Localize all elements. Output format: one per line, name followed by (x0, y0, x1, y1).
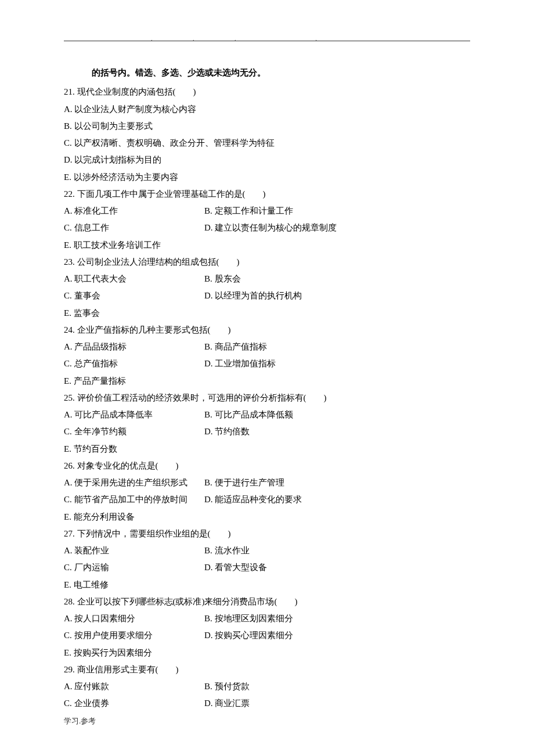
option-row: E. 电工维修 (64, 577, 470, 593)
option: E. 能充分利用设备 (64, 509, 204, 525)
option-row: A. 可比产品成本降低率B. 可比产品成本降低额 (64, 406, 470, 423)
option-row: A. 标准化工作B. 定额工作和计量工作 (64, 203, 470, 219)
option: E. 职工技术业务培训工作 (64, 237, 204, 254)
option: B. 商品产值指标 (204, 339, 267, 355)
option-row: E. 能充分利用设备 (64, 509, 470, 525)
top-rule (64, 41, 470, 41)
question-stem: 26. 对象专业化的优点是( ) (64, 458, 470, 474)
option: D. 按购买心理因素细分 (204, 627, 293, 644)
question: 24. 企业产值指标的几种主要形式包括( )A. 产品品级指标B. 商品产值指标… (64, 322, 470, 390)
question-stem: 27. 下列情况中，需要组织作业组的是( ) (64, 525, 470, 542)
question: 21. 现代企业制度的内涵包括( )A. 以企业法人财产制度为核心内容B. 以公… (64, 84, 470, 186)
option: B. 便于进行生产管理 (204, 474, 284, 491)
option: B. 股东会 (204, 271, 241, 287)
option: C. 按用户使用要求细分 (64, 627, 204, 644)
option: B. 预付货款 (204, 678, 250, 695)
option-row: E. 按购买行为因素细分 (64, 645, 470, 661)
option-row: C. 全年净节约额D. 节约倍数 (64, 423, 470, 440)
option: D. 以经理为首的执行机构 (204, 287, 302, 304)
option-row: C. 按用户使用要求细分D. 按购买心理因素细分 (64, 627, 470, 644)
option: E. 电工维修 (64, 577, 204, 593)
option-row: A. 应付账款B. 预付货款 (64, 678, 470, 695)
option-row: E. 产品产量指标 (64, 373, 470, 390)
option: E. 产品产量指标 (64, 373, 204, 390)
option-row: A. 装配作业B. 流水作业 (64, 542, 470, 559)
option-row: A. 职工代表大会B. 股东会 (64, 271, 470, 287)
option: C. 以产权清晰、责权明确、政企分开、管理科学为特征 (64, 135, 470, 152)
option: C. 总产值指标 (64, 355, 204, 372)
option: B. 可比产品成本降低额 (204, 406, 293, 423)
option: D. 建立以责任制为核心的规章制度 (204, 219, 337, 236)
option: D. 节约倍数 (204, 423, 250, 440)
option-row: A. 产品品级指标B. 商品产值指标 (64, 339, 470, 355)
question: 27. 下列情况中，需要组织作业组的是( )A. 装配作业B. 流水作业C. 厂… (64, 525, 470, 593)
option: A. 标准化工作 (64, 203, 204, 219)
option: A. 便于采用先进的生产组织形式 (64, 474, 204, 491)
questions-container: 21. 现代企业制度的内涵包括( )A. 以企业法人财产制度为核心内容B. 以公… (64, 84, 470, 712)
option-row: C. 企业债券D. 商业汇票 (64, 695, 470, 712)
question: 22. 下面几项工作中属于企业管理基础工作的是( )A. 标准化工作B. 定额工… (64, 186, 470, 254)
option-row: E. 节约百分数 (64, 441, 470, 458)
option: D. 工业增加值指标 (204, 355, 276, 372)
option: E. 节约百分数 (64, 441, 204, 458)
question: 28. 企业可以按下列哪些标志(或标准)来细分消费品市场( )A. 按人口因素细… (64, 593, 470, 661)
option: B. 按地理区划因素细分 (204, 610, 293, 627)
option-row: C. 能节省产品加工中的停放时间D. 能适应品种变化的要求 (64, 491, 470, 508)
option: D. 以完成计划指标为目的 (64, 152, 470, 168)
option: A. 应付账款 (64, 678, 204, 695)
option: A. 以企业法人财产制度为核心内容 (64, 101, 470, 118)
option: B. 定额工作和计量工作 (204, 203, 293, 219)
option: A. 产品品级指标 (64, 339, 204, 355)
question-stem: 23. 公司制企业法人治理结构的组成包括( ) (64, 254, 470, 271)
option: D. 商业汇票 (204, 695, 250, 712)
option-row: C. 厂内运输D. 看管大型设备 (64, 559, 470, 576)
option: E. 监事会 (64, 305, 204, 322)
option: A. 按人口因素细分 (64, 610, 204, 627)
page: 的括号内。错选、多选、少选或未选均无分。 21. 现代企业制度的内涵包括( )A… (0, 0, 534, 756)
option: E. 按购买行为因素细分 (64, 645, 204, 661)
option: C. 企业债券 (64, 695, 204, 712)
option: C. 全年净节约额 (64, 423, 204, 440)
instruction-line: 的括号内。错选、多选、少选或未选均无分。 (92, 64, 470, 81)
question-stem: 21. 现代企业制度的内涵包括( ) (64, 84, 470, 100)
question-stem: 22. 下面几项工作中属于企业管理基础工作的是( ) (64, 186, 470, 203)
option-row: E. 监事会 (64, 305, 470, 322)
option: A. 装配作业 (64, 542, 204, 559)
option: C. 能节省产品加工中的停放时间 (64, 491, 204, 508)
option: D. 看管大型设备 (204, 559, 267, 576)
option: C. 董事会 (64, 287, 204, 304)
option: A. 职工代表大会 (64, 271, 204, 287)
option-row: A. 按人口因素细分B. 按地理区划因素细分 (64, 610, 470, 627)
option: A. 可比产品成本降低率 (64, 406, 204, 423)
option-row: A. 便于采用先进的生产组织形式B. 便于进行生产管理 (64, 474, 470, 491)
option-row: E. 职工技术业务培训工作 (64, 237, 470, 254)
question-stem: 24. 企业产值指标的几种主要形式包括( ) (64, 322, 470, 339)
question: 25. 评价价值工程活动的经济效果时，可选用的评价分析指标有( )A. 可比产品… (64, 390, 470, 458)
question: 23. 公司制企业法人治理结构的组成包括( )A. 职工代表大会B. 股东会C.… (64, 254, 470, 322)
question-stem: 28. 企业可以按下列哪些标志(或标准)来细分消费品市场( ) (64, 593, 470, 610)
question-stem: 29. 商业信用形式主要有( ) (64, 661, 470, 678)
option-row: C. 董事会D. 以经理为首的执行机构 (64, 287, 470, 304)
option: D. 能适应品种变化的要求 (204, 491, 302, 508)
option-row: C. 总产值指标D. 工业增加值指标 (64, 355, 470, 372)
question: 26. 对象专业化的优点是( )A. 便于采用先进的生产组织形式B. 便于进行生… (64, 458, 470, 525)
option: E. 以涉外经济活动为主要内容 (64, 169, 470, 186)
question-stem: 25. 评价价值工程活动的经济效果时，可选用的评价分析指标有( ) (64, 390, 470, 406)
option-row: C. 信息工作D. 建立以责任制为核心的规章制度 (64, 219, 470, 236)
option: B. 以公司制为主要形式 (64, 118, 470, 135)
footer-text: 学习.参考 (64, 714, 96, 728)
option: C. 信息工作 (64, 219, 204, 236)
question: 29. 商业信用形式主要有( )A. 应付账款B. 预付货款C. 企业债券D. … (64, 661, 470, 712)
option: C. 厂内运输 (64, 559, 204, 576)
option: B. 流水作业 (204, 542, 250, 559)
